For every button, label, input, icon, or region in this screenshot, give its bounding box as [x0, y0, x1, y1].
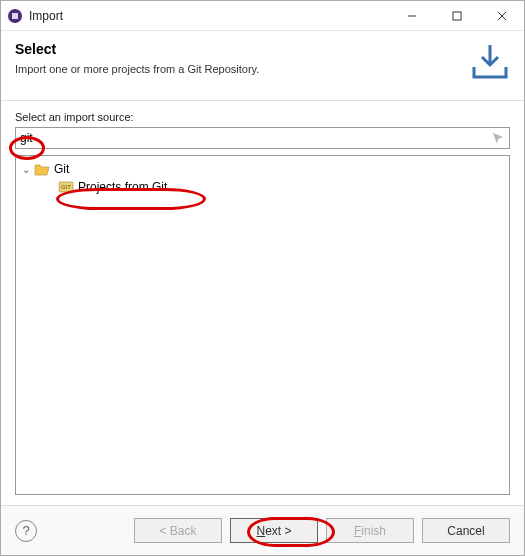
- minimize-button[interactable]: [389, 1, 434, 30]
- folder-open-icon: [34, 162, 50, 176]
- finish-button-label: Finish: [354, 524, 386, 538]
- svg-rect-1: [12, 13, 18, 19]
- maximize-button[interactable]: [434, 1, 479, 30]
- cancel-button[interactable]: Cancel: [422, 518, 510, 543]
- next-button[interactable]: Next >: [230, 518, 318, 543]
- clear-filter-icon[interactable]: [491, 131, 505, 145]
- expander-icon[interactable]: ⌄: [22, 164, 34, 175]
- window-controls: [389, 1, 524, 30]
- filter-input-value: git: [20, 131, 491, 145]
- window-title: Import: [29, 9, 389, 23]
- svg-text:GIT: GIT: [61, 184, 71, 190]
- tree-node-label: Git: [54, 162, 69, 176]
- wizard-button-bar: ? < Back Next > Finish Cancel: [1, 505, 524, 555]
- filter-label: Select an import source:: [15, 111, 510, 123]
- import-banner-icon: [470, 41, 510, 81]
- next-button-label: Next >: [256, 524, 291, 538]
- import-source-tree[interactable]: ⌄ Git GIT Projects from Git: [15, 155, 510, 495]
- import-app-icon: [7, 8, 23, 24]
- titlebar: Import: [1, 1, 524, 31]
- banner-title: Select: [15, 41, 460, 57]
- tree-node-label: Projects from Git: [78, 180, 167, 194]
- help-button[interactable]: ?: [15, 520, 37, 542]
- git-project-icon: GIT: [58, 180, 74, 194]
- cancel-button-label: Cancel: [447, 524, 484, 538]
- back-button: < Back: [134, 518, 222, 543]
- tree-node-projects-from-git[interactable]: GIT Projects from Git: [20, 178, 505, 196]
- back-button-label: < Back: [159, 524, 196, 538]
- banner-description: Import one or more projects from a Git R…: [15, 63, 460, 75]
- finish-button: Finish: [326, 518, 414, 543]
- svg-rect-3: [453, 12, 461, 20]
- filter-input[interactable]: git: [15, 127, 510, 149]
- wizard-banner: Select Import one or more projects from …: [1, 31, 524, 101]
- close-button[interactable]: [479, 1, 524, 30]
- tree-node-git[interactable]: ⌄ Git: [20, 160, 505, 178]
